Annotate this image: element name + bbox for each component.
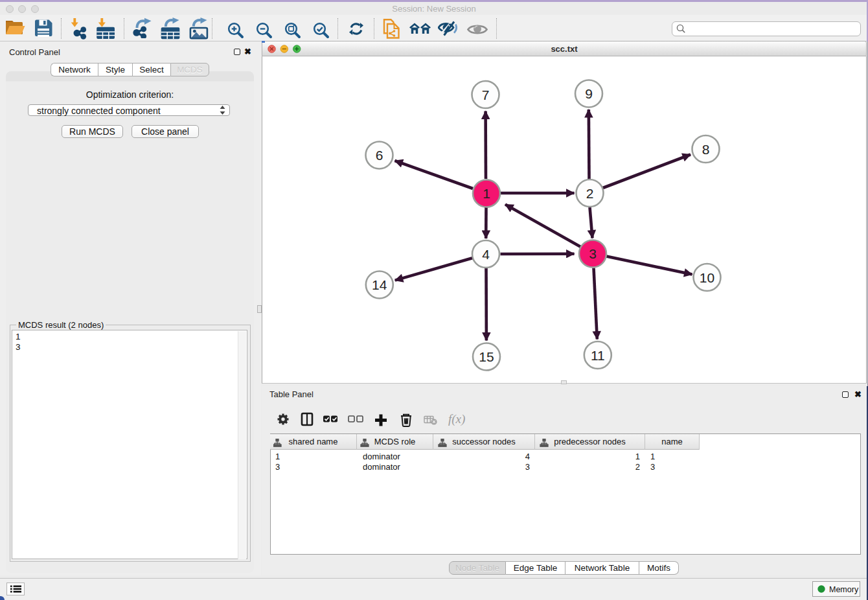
svg-text:14: 14 [372,277,387,292]
svg-text:2: 2 [586,186,594,201]
svg-text:6: 6 [376,148,383,163]
svg-text:1: 1 [483,186,490,201]
svg-text:3: 3 [589,246,597,261]
svg-text:4: 4 [482,247,490,262]
svg-text:f(x): f(x) [448,412,465,426]
svg-text:9: 9 [585,86,593,101]
svg-text:7: 7 [482,87,490,102]
svg-text:10: 10 [700,270,714,285]
svg-text:15: 15 [479,349,494,364]
svg-text:8: 8 [702,142,710,157]
svg-text:11: 11 [591,348,605,363]
